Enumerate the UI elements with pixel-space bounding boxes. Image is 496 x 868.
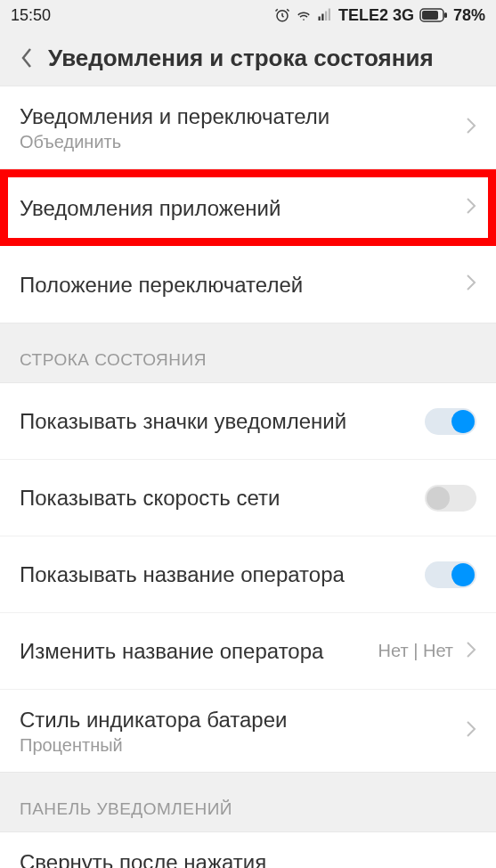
item-collapse-after-tap[interactable]: Свернуть после нажатия <box>0 832 496 868</box>
status-time: 15:50 <box>11 6 51 25</box>
toggle-switch[interactable] <box>425 561 476 588</box>
alarm-icon <box>274 7 290 23</box>
chevron-right-icon <box>466 641 476 662</box>
status-bar: 15:50 TELE2 3G 78% <box>0 0 496 30</box>
status-carrier: TELE2 3G <box>338 6 414 25</box>
item-show-carrier-name[interactable]: Показывать название оператора <box>0 536 496 613</box>
section-header-panel: ПАНЕЛЬ УВЕДОМЛЕНИЙ <box>0 773 496 831</box>
wifi-icon <box>296 7 312 23</box>
item-toggle-position[interactable]: Положение переключателей <box>0 246 496 323</box>
svg-rect-4 <box>329 9 330 21</box>
svg-rect-6 <box>422 11 438 20</box>
svg-rect-3 <box>325 12 327 21</box>
item-show-notification-icons[interactable]: Показывать значки уведомлений <box>0 383 496 460</box>
item-show-network-speed[interactable]: Показывать скорость сети <box>0 460 496 536</box>
item-app-notifications[interactable]: Уведомления приложений <box>0 169 496 246</box>
item-notifications-toggles[interactable]: Уведомления и переключатели Объединить <box>0 86 496 169</box>
page-title: Уведомления и строка состояния <box>48 45 434 72</box>
list-item-title: Изменить название оператора <box>20 637 378 665</box>
list-item-title: Уведомления приложений <box>20 194 466 222</box>
svg-rect-2 <box>321 14 323 21</box>
item-change-carrier-name[interactable]: Изменить название оператора Нет | Нет <box>0 613 496 690</box>
list-item-title: Стиль индикатора батареи <box>20 706 466 733</box>
status-right: TELE2 3G 78% <box>274 6 485 25</box>
toggle-switch[interactable] <box>425 485 476 512</box>
toggle-switch[interactable] <box>425 408 476 435</box>
list-item-subtitle: Объединить <box>20 132 466 152</box>
section-1: Уведомления и переключатели Объединить У… <box>0 86 496 323</box>
chevron-right-icon <box>466 197 476 218</box>
signal-icon <box>317 7 333 23</box>
section-header-statusbar: СТРОКА СОСТОЯНИЯ <box>0 323 496 382</box>
list-item-title: Свернуть после нажатия <box>20 848 476 868</box>
chevron-right-icon <box>466 117 476 138</box>
list-item-title: Показывать значки уведомлений <box>20 407 425 435</box>
section-3: Свернуть после нажатия <box>0 831 496 868</box>
battery-icon <box>419 8 448 22</box>
svg-rect-7 <box>444 12 447 18</box>
back-button[interactable] <box>12 44 41 72</box>
list-item-title: Показывать скорость сети <box>20 484 425 512</box>
svg-rect-1 <box>318 17 320 21</box>
list-item-title: Уведомления и переключатели <box>20 102 466 130</box>
chevron-right-icon <box>466 720 476 741</box>
list-item-subtitle: Процентный <box>20 735 466 756</box>
header: Уведомления и строка состояния <box>0 30 496 86</box>
list-item-title: Показывать название оператора <box>20 561 425 588</box>
chevron-right-icon <box>466 274 476 295</box>
list-item-title: Положение переключателей <box>20 271 466 299</box>
section-2: Показывать значки уведомлений Показывать… <box>0 382 496 773</box>
item-battery-indicator-style[interactable]: Стиль индикатора батареи Процентный <box>0 690 496 772</box>
status-battery: 78% <box>453 6 485 25</box>
list-item-value: Нет | Нет <box>378 641 453 661</box>
chevron-left-icon <box>20 47 33 69</box>
